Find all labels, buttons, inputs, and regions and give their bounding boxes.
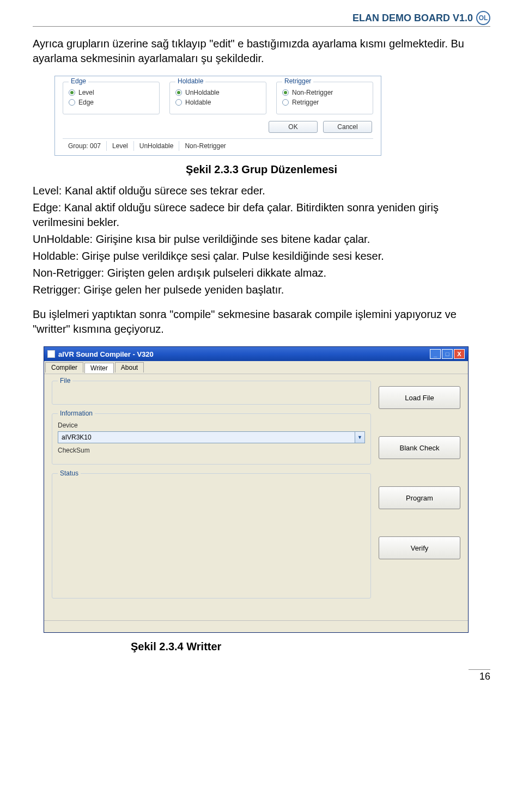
paragraph-compile: Bu işlelmeri yaptıktan sonra "compile" s… (33, 307, 490, 337)
edge-legend: Edge (69, 77, 88, 85)
status-level: Level (107, 141, 134, 151)
radio-label: Non-Retrigger (292, 89, 333, 96)
device-value: aIVR3K10 (58, 432, 355, 443)
cancel-button[interactable]: Cancel (323, 121, 372, 133)
status-group: Status (52, 473, 371, 599)
status-bar: Group: 007 Level UnHoldable Non-Retrigge… (63, 138, 373, 151)
radio-icon (282, 99, 289, 106)
figure-caption-1: Şekil 2.3.3 Grup Düzenlemesi (33, 163, 490, 176)
status-group: Group: 007 (63, 141, 107, 151)
device-select[interactable]: aIVR3K10 ▼ (58, 431, 365, 443)
radio-icon (69, 99, 75, 106)
holdable-group: Holdable UnHoldable Holdable (169, 82, 266, 114)
status-holdable: UnHoldable (134, 141, 180, 151)
group-settings-dialog: Edge Level Edge Holdable UnHoldable Hold… (54, 76, 381, 156)
ol-badge-icon: OL (476, 11, 490, 25)
load-file-button[interactable]: Load File (379, 386, 460, 409)
file-legend: File (58, 377, 72, 384)
radio-unholdable[interactable]: UnHoldable (175, 89, 260, 96)
figure-caption-2: Şekil 2.3.4 Writter (131, 640, 490, 653)
checksum-label: CheckSum (58, 447, 365, 454)
tab-writer[interactable]: Writer (84, 363, 114, 373)
info-legend: Information (58, 410, 95, 417)
chevron-down-icon: ▼ (355, 432, 364, 443)
program-button[interactable]: Program (379, 486, 460, 509)
status-retrigger: Non-Retrigger (179, 141, 231, 151)
blank-check-button[interactable]: Blank Check (379, 436, 460, 459)
window-statusbar (44, 620, 468, 632)
radio-edge[interactable]: Edge (69, 99, 154, 106)
radio-label: Level (78, 89, 94, 96)
tab-bar: Compiler Writer About (44, 361, 468, 374)
radio-label: UnHoldable (185, 89, 220, 96)
status-legend: Status (58, 469, 81, 477)
radio-icon (69, 89, 75, 96)
header-title: ELAN DEMO BOARD V1.0 (352, 13, 473, 24)
app-icon (47, 350, 55, 358)
desc-level: Level: Kanal aktif olduğu sürece ses tek… (33, 184, 490, 198)
edge-group: Edge Level Edge (63, 82, 160, 114)
radio-icon (282, 89, 289, 96)
radio-icon (175, 89, 182, 96)
radio-label: Retrigger (292, 99, 319, 106)
device-label: Device (58, 422, 365, 429)
paragraph-intro: Ayrıca grupların üzerine sağ tıklayıp "e… (33, 36, 490, 66)
desc-edge: Edge: Kanal aktif olduğu sürece sadece b… (33, 200, 490, 230)
radio-holdable[interactable]: Holdable (175, 99, 260, 106)
radio-level[interactable]: Level (69, 89, 154, 96)
page-header: ELAN DEMO BOARD V1.0 OL (33, 11, 490, 27)
desc-unholdable: UnHoldable: Girişine kısa bir pulse veri… (33, 232, 490, 247)
maximize-button[interactable]: □ (442, 349, 453, 359)
retrigger-group: Retrigger Non-Retrigger Retrigger (276, 82, 373, 114)
radio-label: Edge (78, 99, 94, 106)
radio-label: Holdable (185, 99, 211, 106)
verify-button[interactable]: Verify (379, 536, 460, 559)
radio-retrigger[interactable]: Retrigger (282, 99, 367, 106)
titlebar[interactable]: aIVR Sound Compiler - V320 _ □ X (44, 347, 468, 361)
tab-compiler[interactable]: Compiler (45, 362, 83, 373)
page-number: 16 (469, 669, 490, 682)
radio-non-retrigger[interactable]: Non-Retrigger (282, 89, 367, 96)
ok-button[interactable]: OK (269, 121, 318, 133)
file-group: File (52, 381, 371, 405)
window-title: aIVR Sound Compiler - V320 (58, 350, 154, 358)
information-group: Information Device aIVR3K10 ▼ CheckSum (52, 413, 371, 465)
desc-non-retrigger: Non-Retrigger: Girişten gelen ardışık pu… (33, 266, 490, 280)
desc-retrigger: Retrigger: Girişe gelen her pulsede yeni… (33, 283, 490, 297)
retrigger-legend: Retrigger (282, 77, 313, 85)
minimize-button[interactable]: _ (430, 349, 441, 359)
close-button[interactable]: X (454, 349, 465, 359)
tab-about[interactable]: About (115, 362, 144, 373)
desc-holdable: Holdable: Girişe pulse verildikçe sesi ç… (33, 249, 490, 264)
holdable-legend: Holdable (175, 77, 205, 85)
sound-compiler-window: aIVR Sound Compiler - V320 _ □ X Compile… (44, 346, 469, 633)
radio-icon (175, 99, 182, 106)
